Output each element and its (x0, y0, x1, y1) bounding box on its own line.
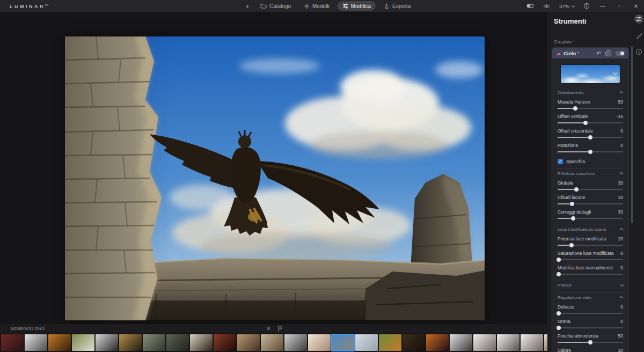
slider-track[interactable] (558, 187, 623, 192)
main-nav: + CatalogoModelliModificaEsporta (243, 0, 415, 12)
cielo-panel-header[interactable]: ☁ Cielo • ↶ (552, 48, 628, 58)
filmstrip-thumb-orange-interior[interactable] (48, 334, 71, 351)
eagle-head (238, 135, 251, 148)
chevron-up-icon (619, 91, 623, 94)
nav-esporta[interactable]: Esporta (379, 1, 415, 11)
slider-value: 50 (618, 333, 623, 339)
edit-tools-icon[interactable] (634, 14, 643, 24)
filmstrip-thumb-eagle-ruins[interactable] (332, 334, 354, 351)
section-header-orientamento[interactable]: Orientamento (558, 89, 623, 96)
reset-icon[interactable] (605, 50, 611, 56)
filmstrip-thumb-dark-wood[interactable] (402, 334, 425, 351)
slider-knob[interactable] (569, 243, 574, 247)
filmstrip-thumb-bw-dancer[interactable] (284, 334, 307, 351)
slider-track[interactable] (558, 135, 623, 140)
nav-label: Modelli (312, 3, 330, 9)
filmstrip-thumb-bw-arms-raised[interactable] (450, 334, 472, 351)
slider-track[interactable] (558, 216, 623, 221)
slider-track[interactable] (558, 120, 623, 125)
filmstrip-thumb-woman-white-bed[interactable] (308, 334, 331, 351)
filmstrip-thumb-kitten-lying[interactable] (473, 334, 496, 351)
section-orientamento: OrientamentoMiscela Horizon50Offset vert… (557, 87, 624, 168)
section-title: Riflessi (558, 283, 572, 288)
slider-track[interactable] (558, 340, 623, 344)
section-riflessi: Riflessi (557, 280, 624, 292)
zoom-level: 37% (559, 3, 569, 9)
add-photos-button[interactable]: + (243, 2, 252, 10)
brush-icon[interactable] (634, 31, 643, 40)
filmstrip-thumb-bw-couple[interactable] (25, 334, 47, 351)
slider-knob[interactable] (557, 258, 561, 262)
filmstrip-thumb-kitten-face[interactable] (497, 334, 519, 351)
compare-icon[interactable] (526, 3, 534, 9)
minimize-button[interactable]: — (599, 3, 606, 9)
section-header-riflessi[interactable]: Riflessi (558, 281, 623, 289)
slider-knob[interactable] (570, 202, 574, 206)
nav-modelli[interactable]: Modelli (299, 1, 334, 11)
filmstrip-thumb-woman-orange[interactable] (426, 334, 449, 351)
section-header-rifinitura-maschera[interactable]: Rifinitura maschera (558, 170, 623, 177)
slider-knob[interactable] (583, 121, 588, 125)
slider-knob[interactable] (571, 216, 575, 221)
slider-knob[interactable] (574, 187, 579, 192)
slider-knob[interactable] (557, 326, 561, 330)
section-header-regolazione-cielo[interactable]: Regolazione cielo (558, 294, 623, 301)
filmstrip-thumb-bride-white[interactable] (190, 334, 213, 351)
slider-label: Calore (558, 348, 571, 352)
maximize-button[interactable]: ▫ (616, 3, 623, 9)
current-filename: MD8B0931.DNG (11, 326, 45, 331)
flag-icon[interactable] (278, 324, 282, 334)
slider-track[interactable] (558, 201, 623, 206)
slider-knob[interactable] (557, 311, 561, 316)
slider-knob[interactable] (588, 135, 592, 140)
slider-defocus: Defocus0 (558, 304, 623, 316)
sidebar-scrollbar[interactable] (631, 46, 633, 223)
history-icon[interactable] (634, 47, 643, 56)
slider-knob[interactable] (588, 340, 592, 344)
close-button[interactable]: ✕ (632, 3, 640, 9)
chevron-down-icon (572, 4, 575, 8)
topbar-right: 37% — ▫ ✕ (526, 0, 640, 12)
slider-track[interactable] (558, 149, 623, 154)
nav-modifica[interactable]: Modifica (338, 1, 376, 11)
filmstrip-thumb-bird-clouds[interactable] (355, 334, 378, 351)
slider-knob[interactable] (588, 150, 592, 154)
filmstrip-thumb-suit-green[interactable] (143, 334, 165, 351)
slider-track[interactable] (558, 272, 623, 276)
nav-catalogo[interactable]: Catalogo (255, 1, 296, 11)
zoom-control[interactable]: 37% (559, 3, 574, 9)
section-rifinitura-maschera: Rifinitura mascheraGlobale30Chiudi lacun… (557, 168, 624, 224)
sky-preset-selector[interactable] (561, 65, 620, 83)
filmstrip-thumb-kitten-sitting[interactable] (521, 334, 543, 351)
slider-value: 0 (620, 319, 623, 325)
filmstrip-thumb-tiger-grass[interactable] (379, 334, 401, 351)
slider-track[interactable] (558, 243, 623, 247)
photo-canvas[interactable] (65, 36, 485, 320)
slider-track[interactable] (558, 106, 623, 111)
filmstrip-thumb-bw-portrait[interactable] (96, 334, 118, 351)
undo-icon[interactable]: ↶ (597, 50, 601, 56)
slider-track[interactable] (558, 257, 623, 262)
info-icon[interactable] (583, 3, 590, 9)
reject-icon[interactable]: ✕ (266, 326, 270, 332)
panel-toggle[interactable] (616, 51, 625, 56)
slider-knob[interactable] (557, 272, 561, 276)
filmstrip-thumb-arch-tan[interactable] (261, 334, 283, 351)
filmstrip-thumb-wedding-red[interactable] (1, 334, 24, 351)
filmstrip-thumb-suit-dark[interactable] (166, 334, 189, 351)
section-header-luce-modificata[interactable]: Luce modificata su scena (558, 225, 623, 233)
filmstrip-thumb-groom-beige[interactable] (237, 334, 260, 351)
slider-track[interactable] (558, 325, 623, 330)
filmstrip-thumb-flowers-white[interactable] (72, 334, 94, 351)
slider-knob[interactable] (573, 106, 577, 111)
slider-track[interactable] (558, 311, 623, 316)
edited-indicator: • (577, 50, 579, 55)
filmstrip-thumb-chess-gold[interactable] (119, 334, 142, 351)
filmstrip-thumb-wedding-dark-red[interactable] (214, 334, 236, 351)
nav-label: Esporta (392, 3, 411, 9)
slider-label: Grana (558, 319, 570, 325)
checkbox-specchia[interactable]: ✓Specchia (558, 158, 623, 165)
eye-icon[interactable] (543, 4, 550, 9)
chevron-up-icon (619, 296, 623, 299)
chevron-up-icon (619, 172, 623, 175)
